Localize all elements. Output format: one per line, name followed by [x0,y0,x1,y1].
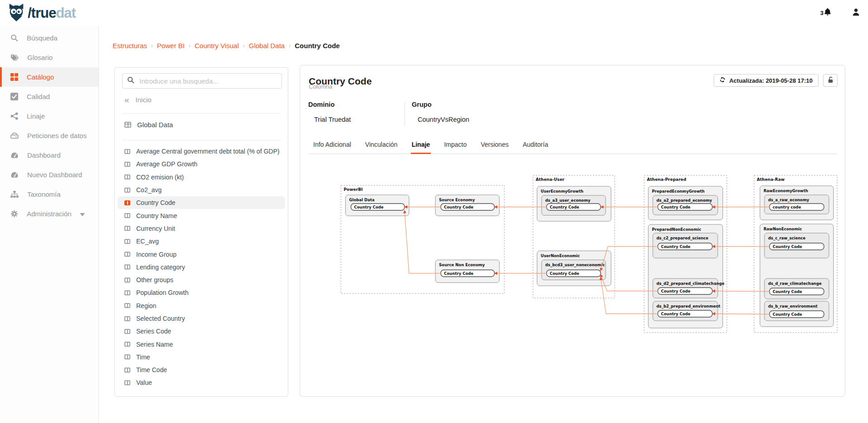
parent-structure-item[interactable]: Global Data [124,121,173,129]
metadata-section: Dominio Trial Truedat Grupo CountryVsReg… [308,101,469,127]
tab-auditoria[interactable]: Auditoría [522,137,549,154]
svg-text:PreparedEconmyGrowth: PreparedEconmyGrowth [652,189,705,194]
columns-icon [124,380,130,385]
back-to-home[interactable]: « Inicio [124,96,152,104]
svg-text:RawEconomyGrowth: RawEconomyGrowth [764,189,808,193]
field-item-region[interactable]: Region [118,299,285,312]
lineage-field-pill[interactable]: Country Code [547,204,601,210]
field-item-other-groups[interactable]: Other groups [118,274,285,286]
field-item-income-group[interactable]: Income Group [118,248,285,260]
sidebar: BúsquedaGlosarioCatálogoCalidadLinajePet… [0,25,99,423]
lineage-field-pill[interactable]: Country Code [547,270,601,277]
columns-icon [124,200,130,205]
field-item-country-code-selected[interactable]: Country Code [118,196,285,209]
columns-icon [124,188,130,193]
field-item-population-growth[interactable]: Population Growth [118,286,285,299]
columns-icon [124,213,130,218]
field-item-label: Time Code [136,366,167,373]
svg-text:Country Code: Country Code [550,205,579,209]
svg-text:Source Economy: Source Economy [439,198,475,202]
sidebar-item-catalogo[interactable]: Catálogo [0,67,99,87]
sidebar-item-calidad[interactable]: Calidad [0,87,99,106]
sidebar-item-label: Dashboard [27,151,60,159]
refresh-icon [720,77,725,84]
sidebar-item-label: Búsqueda [27,34,58,42]
field-item-label: Series Code [136,328,171,335]
field-item-lending-category[interactable]: Lending category [118,261,285,274]
field-item-label: Lending category [136,264,185,271]
field-item-label: Income Group [136,251,177,258]
field-item-series-code[interactable]: Series Code [118,325,285,338]
lineage-field-pill[interactable]: Country Code [658,243,712,250]
breadcrumb-link-global-data[interactable]: Global Data [249,42,285,50]
breadcrumb-link-estructuras[interactable]: Estructuras [113,42,147,50]
tab-impacto[interactable]: Impacto [443,137,468,154]
sidebar-item-administracion[interactable]: Administración [0,204,99,224]
double-chevron-left-icon: « [124,97,129,103]
sidebar-item-dashboard[interactable]: Dashboard [0,145,99,165]
field-item-time[interactable]: Time [118,351,285,363]
field-item-ec-avg[interactable]: EC_avg [118,235,285,248]
logo-text-primary: /true [28,5,56,21]
breadcrumb: Estructuras›Power BI›Country Visual›Glob… [113,42,340,50]
breadcrumb-link-country-visual[interactable]: Country Visual [195,42,239,50]
field-item-label: Selected Country [136,315,185,322]
tab-linaje[interactable]: Linaje [411,137,431,154]
tab-vinculacion[interactable]: Vinculación [364,137,398,154]
lineage-field-pill[interactable]: Country Code [441,204,494,210]
field-item-value[interactable]: Value [118,376,285,389]
lineage-field-pill[interactable]: Country Code [769,243,824,250]
field-item-label: Population Growth [136,289,188,296]
detail-tabs: Info AdicionalVinculaciónLinajeImpactoVe… [308,137,837,154]
lineage-field-pill[interactable]: Country Code [658,204,712,210]
check-square-icon [10,93,18,100]
lineage-field-pill[interactable]: Country Code [658,288,712,294]
unlock-icon [827,76,834,85]
divider [122,113,281,114]
field-item-currency-unit[interactable]: Currency Unit [118,222,285,235]
main-content: Estructuras›Power BI›Country Visual›Glob… [99,25,868,423]
svg-text:Country Code: Country Code [661,289,690,294]
field-item-co2-emision-kt[interactable]: CO2 emision (kt) [118,171,285,184]
field-item-label: Region [136,302,156,309]
field-item-average-central-government-debt-total-of-gdp[interactable]: Average Central government debt total (%… [118,145,285,158]
tags-icon [10,54,19,61]
field-item-co2-avg[interactable]: Co2_avg [118,184,285,196]
field-item-series-name[interactable]: Series Name [118,338,285,350]
updated-button[interactable]: Actualizada: 2019-05-28 17:10 [714,74,819,87]
breadcrumb-link-power-bi[interactable]: Power BI [157,42,185,50]
lineage-field-pill[interactable]: country code [769,204,824,210]
structure-search-input[interactable] [138,77,277,85]
truedat-logo[interactable]: /truedat [6,3,76,23]
lineage-field-pill[interactable]: Country Code [441,270,494,277]
user-menu-button[interactable] [852,8,860,18]
sidebar-item-nuevo-dashboard[interactable]: Nuevo Dashboard [0,165,99,184]
domain-label: Dominio [308,101,404,108]
field-item-time-code[interactable]: Time Code [118,363,285,376]
field-item-label: Time [136,353,150,361]
sidebar-item-glosario[interactable]: Glosario [0,48,99,67]
search-icon [127,76,134,85]
field-list: Average Central government debt total (%… [118,145,285,389]
structure-type-label: Columna [309,83,332,90]
lock-button[interactable] [823,74,838,87]
svg-text:ds_a3_user_economy: ds_a3_user_economy [545,198,591,203]
tab-versiones[interactable]: Versiones [480,137,509,154]
tab-info-adicional[interactable]: Info Adicional [312,137,352,154]
notifications-button[interactable]: 3 [820,8,831,17]
sidebar-item-taxonomia[interactable]: Taxonomía [0,184,99,204]
drive-icon [10,132,19,139]
bell-icon [824,8,831,17]
field-item-country-name[interactable]: Country Name [118,209,285,222]
sidebar-item-linaje[interactable]: Linaje [0,106,99,126]
lineage-field-pill[interactable]: Country Code [769,288,824,295]
field-item-selected-country[interactable]: Selected Country [118,312,285,325]
lineage-diagram[interactable]: PowerBIAthena-UserAthena-PreparedAthena-… [340,174,839,337]
sidebar-item-busqueda[interactable]: Búsqueda [0,28,99,48]
field-item-label: Co2_avg [136,186,162,194]
lineage-field-pill[interactable]: Country Code [769,311,824,318]
field-item-average-gdp-growth[interactable]: Average GDP Growth [118,158,285,170]
sidebar-item-peticiones-de-datos[interactable]: Peticiones de datos [0,126,99,145]
lineage-field-pill[interactable]: Country Code [351,204,404,210]
lineage-field-pill[interactable]: Country Code [658,310,712,317]
